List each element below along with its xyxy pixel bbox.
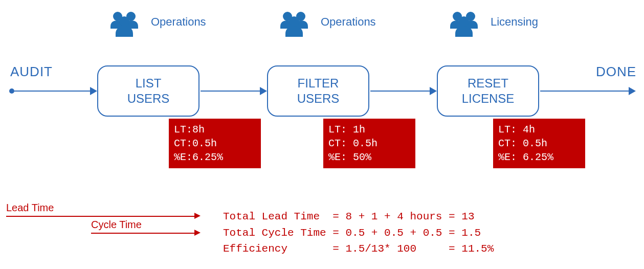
flow-arrow: [14, 91, 91, 92]
process-filter-users: FILTER USERS: [267, 65, 369, 117]
process-reset-license: RESET LICENSE: [437, 65, 539, 117]
flow-start-dot: [9, 88, 14, 94]
role-label: Licensing: [491, 15, 538, 29]
process-title: LIST USERS: [127, 76, 170, 106]
metric-ct: CT: 0.5h: [498, 138, 547, 149]
flow-arrow: [201, 91, 261, 92]
total-cycle: Total Cycle Time = 0.5 + 0.5 + 0.5 = 1.5: [223, 227, 481, 239]
totals-block: Total Lead Time = 8 + 1 + 4 hours = 13 T…: [223, 209, 494, 257]
vsm-diagram: AUDIT DONE Operations LIST USERS LT:8h C…: [0, 0, 644, 269]
flow-arrowhead: [629, 87, 636, 95]
end-label: DONE: [596, 64, 636, 80]
process-title: RESET LICENSE: [462, 76, 515, 106]
metric-ct: CT: 0.5h: [328, 138, 377, 149]
metric-lt: LT: 4h: [498, 124, 535, 136]
legend-cycle-time: Cycle Time: [91, 219, 142, 231]
role-label: Operations: [151, 15, 206, 29]
people-icon: [446, 9, 482, 39]
people-icon: [106, 9, 142, 39]
metric-ef: %E:6.25%: [174, 151, 223, 163]
total-lead: Total Lead Time = 8 + 1 + 4 hours = 13: [223, 211, 474, 222]
metric-ct: CT:0.5h: [174, 138, 217, 149]
start-label: AUDIT: [10, 64, 53, 80]
flow-arrow: [540, 91, 630, 92]
role-label: Operations: [321, 15, 376, 29]
process-title: FILTER USERS: [297, 76, 340, 106]
metric-ef: %E: 50%: [328, 151, 371, 163]
flow-arrowhead: [260, 87, 267, 95]
legend-line: [91, 233, 195, 234]
legend-arrowhead: [194, 230, 201, 236]
metric-lt: LT: 1h: [328, 124, 365, 136]
legend-line: [6, 216, 195, 217]
flow-arrow: [370, 91, 431, 92]
process-list-users: LIST USERS: [97, 65, 199, 117]
total-efficiency: Efficiency = 1.5/13* 100 = 11.5%: [223, 243, 494, 255]
svg-point-5: [289, 16, 299, 27]
metric-ef: %E: 6.25%: [498, 151, 553, 163]
flow-arrowhead: [90, 87, 97, 95]
metrics-box: LT: 4h CT: 0.5h %E: 6.25%: [493, 119, 585, 168]
people-icon: [276, 9, 312, 39]
metrics-box: LT:8h CT:0.5h %E:6.25%: [169, 119, 261, 168]
legend-lead-time: Lead Time: [6, 202, 54, 214]
svg-point-2: [119, 16, 129, 27]
flow-arrowhead: [430, 87, 437, 95]
metric-lt: LT:8h: [174, 124, 205, 136]
legend-arrowhead: [194, 213, 201, 219]
metrics-box: LT: 1h CT: 0.5h %E: 50%: [323, 119, 415, 168]
svg-point-8: [459, 16, 469, 27]
